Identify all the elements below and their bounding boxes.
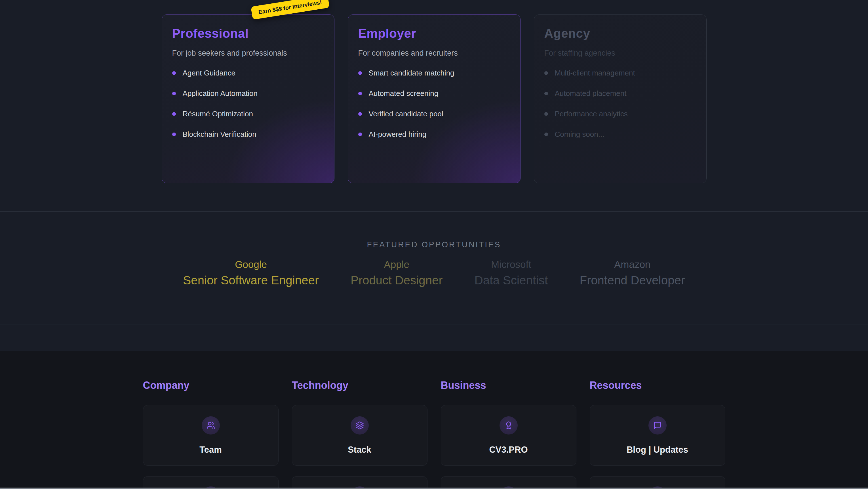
- plan-title: Professional: [172, 26, 324, 41]
- footer-card-stack[interactable]: Stack: [292, 405, 428, 466]
- users-icon: [207, 421, 215, 430]
- bullet-icon: [358, 92, 362, 95]
- plan-feature: Automated screening: [358, 89, 510, 98]
- footer-heading: Business: [441, 379, 577, 392]
- plan-features-list: Agent Guidance Application Automation Ré…: [172, 68, 324, 139]
- footer: Company Team Technology: [0, 351, 868, 489]
- footer-card-partial[interactable]: [292, 476, 428, 488]
- plan-feature-label: Smart candidate matching: [369, 69, 455, 78]
- featured-opportunities-section: FEATURED OPPORTUNITIES Google Senior Sof…: [0, 212, 868, 324]
- bullet-icon: [172, 112, 176, 116]
- plan-card-professional[interactable]: Professional For job seekers and profess…: [162, 15, 335, 183]
- footer-card-label: CV3.PRO: [489, 445, 528, 455]
- featured-job-google[interactable]: Google Senior Software Engineer: [183, 259, 319, 287]
- bullet-icon: [358, 133, 362, 136]
- plan-card-employer[interactable]: Employer For companies and recruiters Sm…: [348, 15, 521, 183]
- plans-row: Professional For job seekers and profess…: [0, 0, 868, 183]
- footer-card-team[interactable]: Team: [143, 405, 279, 466]
- bullet-icon: [544, 71, 548, 75]
- footer-heading: Technology: [292, 379, 428, 392]
- plan-feature-label: Performance analytics: [555, 110, 628, 118]
- spacer-band: [0, 324, 868, 351]
- bullet-icon: [172, 133, 176, 136]
- plan-feature-label: Automated placement: [555, 89, 627, 98]
- plan-feature: Multi-client management: [544, 68, 696, 78]
- footer-card-label: Team: [199, 445, 222, 455]
- footer-card-cv3pro[interactable]: CV3.PRO: [441, 405, 577, 466]
- layers-icon: [355, 421, 364, 430]
- bullet-icon: [544, 92, 548, 95]
- plan-feature-label: Résumé Optimization: [183, 110, 253, 118]
- plan-feature-label: Blockchain Verification: [183, 130, 256, 139]
- bullet-icon: [358, 112, 362, 116]
- footer-heading: Resources: [590, 379, 725, 392]
- plan-feature-label: Verified candidate pool: [369, 110, 443, 118]
- footer-column-company: Company Team: [143, 379, 279, 488]
- bottom-edge-bar: [0, 488, 868, 489]
- footer-column-technology: Technology Stack: [292, 379, 428, 488]
- plan-feature: Performance analytics: [544, 109, 696, 119]
- plan-feature: Résumé Optimization: [172, 109, 324, 119]
- icon-circle: [351, 416, 369, 434]
- job-title: Product Designer: [351, 274, 443, 287]
- plan-title: Employer: [358, 26, 510, 41]
- plan-feature-label: Agent Guidance: [183, 69, 236, 78]
- plan-feature: AI-powered hiring: [358, 130, 510, 139]
- plan-description: For companies and recruiters: [358, 48, 510, 58]
- footer-card-label: Stack: [348, 445, 371, 455]
- plan-description: For staffing agencies: [544, 48, 696, 58]
- footer-card-label: Blog | Updates: [627, 445, 688, 455]
- plan-feature: Coming soon...: [544, 130, 696, 139]
- plan-features-list: Multi-client management Automated placem…: [544, 68, 696, 139]
- plan-description: For job seekers and professionals: [172, 48, 324, 58]
- featured-job-amazon[interactable]: Amazon Frontend Developer: [580, 259, 685, 287]
- job-company: Amazon: [580, 259, 685, 270]
- plan-title: Agency: [544, 26, 696, 41]
- job-title: Senior Software Engineer: [183, 274, 319, 287]
- footer-card-partial[interactable]: [441, 476, 577, 488]
- job-company: Microsoft: [474, 259, 548, 270]
- footer-card-partial[interactable]: [143, 476, 279, 488]
- job-company: Google: [183, 259, 319, 270]
- icon-circle: [499, 416, 518, 434]
- footer-column-business: Business CV3.PRO: [441, 379, 577, 488]
- plan-feature-label: Coming soon...: [555, 130, 604, 139]
- section-left-border: [0, 0, 0, 351]
- featured-job-apple[interactable]: Apple Product Designer: [351, 259, 443, 287]
- bullet-icon: [172, 92, 176, 95]
- bullet-icon: [172, 71, 176, 75]
- footer-grid: Company Team Technology: [143, 379, 725, 488]
- job-title: Data Scientist: [474, 274, 548, 287]
- bullet-icon: [358, 71, 362, 75]
- featured-job-microsoft[interactable]: Microsoft Data Scientist: [474, 259, 548, 287]
- footer-card-blog[interactable]: Blog | Updates: [590, 405, 725, 466]
- icon-circle: [202, 416, 220, 434]
- plans-section: Earn $$$ for Interviews! Professional Fo…: [0, 0, 868, 212]
- plan-card-agency: Agency For staffing agencies Multi-clien…: [534, 15, 707, 183]
- job-title: Frontend Developer: [580, 274, 685, 287]
- plan-feature: Verified candidate pool: [358, 109, 510, 119]
- featured-heading: FEATURED OPPORTUNITIES: [0, 212, 868, 249]
- job-company: Apple: [351, 259, 443, 270]
- footer-column-resources: Resources Blog | Updates: [590, 379, 725, 488]
- message-icon: [653, 421, 662, 430]
- plan-feature: Blockchain Verification: [172, 130, 324, 139]
- plan-feature-label: Automated screening: [369, 89, 438, 98]
- footer-card-partial[interactable]: [590, 476, 725, 488]
- plan-feature: Agent Guidance: [172, 68, 324, 78]
- bullet-icon: [544, 112, 548, 116]
- award-icon: [504, 421, 513, 430]
- bullet-icon: [544, 133, 548, 136]
- plan-feature: Application Automation: [172, 89, 324, 98]
- plan-feature: Automated placement: [544, 89, 696, 98]
- plan-feature: Smart candidate matching: [358, 68, 510, 78]
- icon-circle: [648, 416, 666, 434]
- footer-heading: Company: [143, 379, 279, 392]
- featured-jobs-row: Google Senior Software Engineer Apple Pr…: [0, 259, 868, 287]
- plan-feature-label: Multi-client management: [555, 69, 635, 78]
- plan-feature-label: Application Automation: [183, 89, 258, 98]
- plan-feature-label: AI-powered hiring: [369, 130, 427, 139]
- plan-features-list: Smart candidate matching Automated scree…: [358, 68, 510, 139]
- section-top-border: [0, 0, 868, 0]
